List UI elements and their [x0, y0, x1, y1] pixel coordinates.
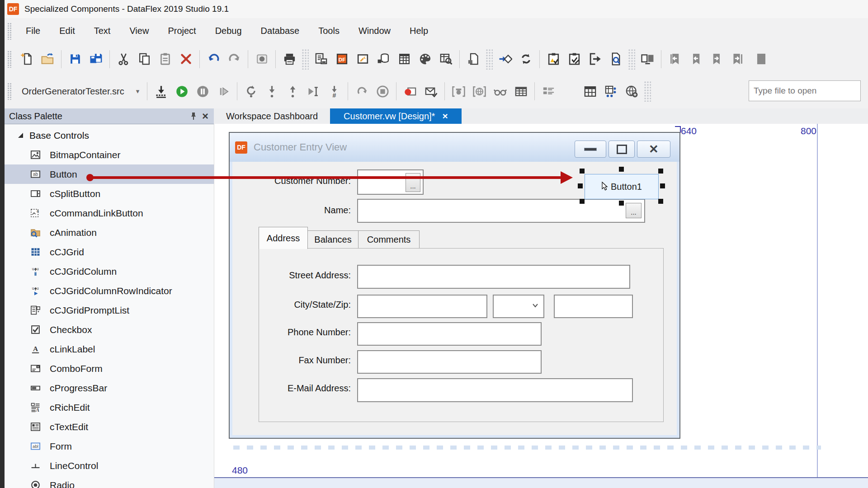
palette-item-form[interactable]: abl Form [5, 436, 214, 456]
palette-item-bitmapcontainer[interactable]: BitmapContainer [5, 145, 214, 164]
clipboard-warning-button[interactable] [544, 50, 562, 68]
selection-handle-bottom-left[interactable] [580, 199, 585, 204]
send-report-button[interactable] [422, 82, 440, 100]
palette-item-canimation[interactable]: cAnimation [5, 223, 214, 242]
compare-button[interactable] [638, 50, 656, 68]
record-toggle-button[interactable] [253, 50, 271, 68]
new-file-button[interactable] [18, 50, 36, 68]
customer-number-field[interactable]: ... [357, 169, 424, 195]
name-lookup-button[interactable]: ... [626, 203, 642, 218]
palette-item-button[interactable]: ab Button [5, 164, 214, 184]
sync-button[interactable] [517, 50, 535, 68]
tab-address[interactable]: Address [259, 227, 308, 249]
cut-button[interactable] [114, 50, 132, 68]
selection-handle-middle-left[interactable] [578, 183, 583, 188]
dashboard-button[interactable] [312, 50, 330, 68]
palette-item-linecontrol[interactable]: LineControl [5, 456, 214, 475]
city-field[interactable] [357, 295, 487, 318]
menu-edit[interactable]: Edit [50, 18, 84, 44]
maximize-button[interactable] [609, 141, 635, 158]
nav-partial-button[interactable] [749, 50, 767, 68]
selection-handle-top-middle[interactable] [619, 167, 624, 172]
nav-back-file-button[interactable] [666, 50, 684, 68]
menu-tools[interactable]: Tools [309, 18, 349, 44]
step-over-button[interactable] [214, 82, 232, 100]
nav-back-button[interactable] [687, 50, 705, 68]
get-up-button[interactable] [283, 82, 302, 100]
preview-glasses-button[interactable] [491, 82, 509, 100]
close-button[interactable]: ✕ [637, 141, 670, 158]
web-preview-button[interactable] [470, 82, 488, 100]
refresh-run-button[interactable] [242, 82, 260, 100]
pin-icon[interactable] [188, 110, 199, 122]
close-icon[interactable]: × [199, 110, 211, 122]
compile-button[interactable] [152, 82, 170, 100]
file-search-input[interactable] [749, 80, 861, 101]
tab-balances[interactable]: Balances [307, 230, 359, 249]
palette-item-cprogressbar[interactable]: cProgressBar [5, 378, 214, 398]
row-list-button[interactable] [539, 82, 557, 100]
tab-comments[interactable]: Comments [358, 230, 420, 249]
stop-button[interactable] [373, 82, 392, 100]
selection-handle-top-right[interactable] [658, 169, 663, 174]
close-icon[interactable]: × [442, 112, 448, 121]
nav-forward-button[interactable] [708, 50, 726, 68]
button1-control[interactable]: Button1 [585, 174, 659, 199]
screenshot-button[interactable] [449, 82, 467, 100]
selection-handle-bottom-right[interactable] [658, 199, 663, 204]
palette-item-clinklabel[interactable]: A cLinkLabel [5, 339, 214, 359]
editor-tab-workspace-dashboard[interactable]: Workspace Dashboard [214, 108, 330, 124]
selection-handle-middle-right[interactable] [660, 183, 665, 188]
save-all-button[interactable] [87, 50, 105, 68]
palette-item-csplitbutton[interactable]: cSplitButton [5, 184, 214, 203]
run-to-cursor-button[interactable] [304, 82, 322, 100]
phone-number-field[interactable] [357, 322, 542, 346]
record-window-button[interactable] [401, 82, 419, 100]
web-services-button[interactable] [623, 82, 641, 100]
loop-run-button[interactable] [353, 82, 371, 100]
project-selector-dropdown[interactable]: OrderGeneratorTester.src ▾ [16, 81, 144, 102]
delete-button[interactable] [177, 50, 195, 68]
selection-handle-top-left[interactable] [580, 169, 585, 174]
palette-item-ccjgridcolumnrowindicator[interactable]: uu cCJGridColumnRowIndicator [5, 281, 214, 300]
paste-button[interactable] [156, 50, 174, 68]
menu-text[interactable]: Text [85, 18, 120, 44]
palette-item-radio[interactable]: Radio [5, 475, 214, 488]
dataflex-studio-button[interactable]: DF [333, 50, 351, 68]
table-doc-button[interactable] [395, 50, 413, 68]
selection-handle-bottom-middle[interactable] [619, 201, 624, 206]
menu-window[interactable]: Window [349, 18, 400, 44]
minimize-button[interactable] [575, 141, 606, 158]
menu-debug[interactable]: Debug [206, 18, 251, 44]
palette-item-checkbox[interactable]: Checkbox [5, 320, 214, 339]
copy-button[interactable] [135, 50, 153, 68]
print-button[interactable] [280, 50, 298, 68]
data-dictionary-button[interactable] [602, 82, 620, 100]
doc-new-button[interactable] [464, 50, 482, 68]
menu-project[interactable]: Project [158, 18, 205, 44]
email-address-field[interactable] [357, 378, 633, 402]
pause-button[interactable] [193, 82, 212, 100]
palette-item-crichedit[interactable]: A cRichEdit [5, 398, 214, 417]
palette-item-comboform[interactable]: ComboForm [5, 359, 214, 378]
data-table-button[interactable] [512, 82, 530, 100]
db-explorer-button[interactable] [437, 50, 455, 68]
undo-button[interactable] [204, 50, 222, 68]
menu-help[interactable]: Help [400, 18, 438, 44]
palette-item-ctextedit[interactable]: cTextEdit [5, 417, 214, 436]
editor-tab-customer[interactable]: Customer.vw [Design]*× [330, 108, 462, 124]
palette-item-ccjgrid[interactable]: cCJGrid [5, 242, 214, 262]
save-button[interactable] [66, 50, 84, 68]
palette-item-ccommandlinkbutton[interactable]: a cCommandLinkButton [5, 203, 214, 223]
palette-group-base-controls[interactable]: Base Controls [5, 126, 214, 145]
redo-button[interactable] [225, 50, 243, 68]
palette-item-ccjgridcolumn[interactable]: uu cCJGridColumn [5, 262, 214, 281]
export-button[interactable] [586, 50, 604, 68]
zip-field[interactable] [554, 295, 633, 318]
color-palette-button[interactable] [416, 50, 434, 68]
menu-file[interactable]: File [16, 18, 50, 44]
get-down-button[interactable] [263, 82, 281, 100]
run-button[interactable] [173, 82, 191, 100]
menu-database[interactable]: Database [251, 18, 309, 44]
open-folder-button[interactable] [38, 50, 57, 68]
